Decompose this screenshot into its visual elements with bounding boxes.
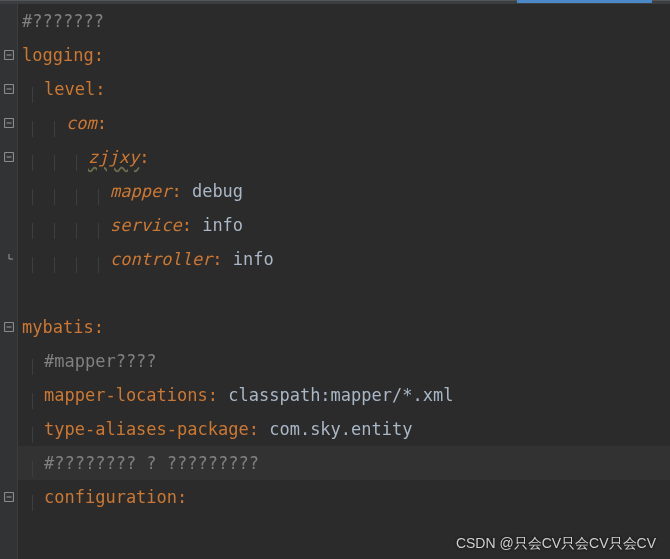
code-line[interactable]: configuration: bbox=[22, 480, 670, 514]
yaml-key: logging bbox=[22, 45, 94, 65]
colon: : bbox=[95, 79, 105, 99]
yaml-key: level bbox=[44, 79, 95, 99]
code-line[interactable]: logging: bbox=[22, 38, 670, 72]
colon: : bbox=[94, 317, 104, 337]
yaml-key: mapper-locations bbox=[44, 385, 208, 405]
fold-collapse-icon[interactable] bbox=[3, 83, 15, 95]
fold-end-icon bbox=[3, 253, 15, 265]
code-line[interactable]: type-aliases-package: com.sky.entity bbox=[22, 412, 670, 446]
fold-collapse-icon[interactable] bbox=[3, 151, 15, 163]
yaml-key: configuration bbox=[44, 487, 177, 507]
code-line[interactable]: #mapper???? bbox=[22, 344, 670, 378]
comment-text: #???????? ? ????????? bbox=[44, 453, 259, 473]
fold-collapse-icon[interactable] bbox=[3, 117, 15, 129]
code-line[interactable]: controller: info bbox=[22, 242, 670, 276]
colon: : bbox=[208, 385, 228, 405]
colon: : bbox=[94, 45, 104, 65]
code-line[interactable]: #???????? ? ????????? bbox=[22, 446, 670, 480]
code-line[interactable]: com: bbox=[22, 106, 670, 140]
code-editor[interactable]: #???????logging:level:com:zjjxy:mapper: … bbox=[18, 4, 670, 514]
yaml-value: com.sky.entity bbox=[269, 419, 412, 439]
code-line[interactable]: mapper-locations: classpath:mapper/*.xml bbox=[22, 378, 670, 412]
code-line[interactable]: zjjxy: bbox=[22, 140, 670, 174]
yaml-key: controller bbox=[110, 249, 212, 269]
yaml-key: type-aliases-package bbox=[44, 419, 249, 439]
yaml-key: zjjxy bbox=[88, 147, 139, 167]
yaml-key: mybatis bbox=[22, 317, 94, 337]
code-line[interactable]: level: bbox=[22, 72, 670, 106]
colon: : bbox=[177, 487, 187, 507]
active-tab-indicator bbox=[517, 0, 652, 3]
colon: : bbox=[171, 181, 191, 201]
colon: : bbox=[212, 249, 232, 269]
yaml-key: mapper bbox=[110, 181, 171, 201]
watermark: CSDN @只会CV只会CV只会CV bbox=[456, 535, 656, 553]
fold-collapse-icon[interactable] bbox=[3, 49, 15, 61]
comment-text: #??????? bbox=[22, 11, 104, 31]
colon: : bbox=[139, 147, 149, 167]
colon: : bbox=[249, 419, 269, 439]
yaml-key: service bbox=[110, 215, 182, 235]
colon: : bbox=[97, 113, 107, 133]
yaml-key: com bbox=[66, 113, 97, 133]
gutter bbox=[0, 4, 18, 559]
code-line[interactable]: #??????? bbox=[22, 4, 670, 38]
yaml-value: debug bbox=[192, 181, 243, 201]
yaml-value: classpath:mapper/*.xml bbox=[228, 385, 453, 405]
fold-collapse-icon[interactable] bbox=[3, 321, 15, 333]
comment-text: #mapper???? bbox=[44, 351, 157, 371]
code-line[interactable] bbox=[22, 276, 670, 310]
yaml-value: info bbox=[202, 215, 243, 235]
colon: : bbox=[182, 215, 202, 235]
code-line[interactable]: mybatis: bbox=[22, 310, 670, 344]
fold-collapse-icon[interactable] bbox=[3, 491, 15, 503]
yaml-value: info bbox=[233, 249, 274, 269]
code-line[interactable]: mapper: debug bbox=[22, 174, 670, 208]
code-line[interactable]: service: info bbox=[22, 208, 670, 242]
